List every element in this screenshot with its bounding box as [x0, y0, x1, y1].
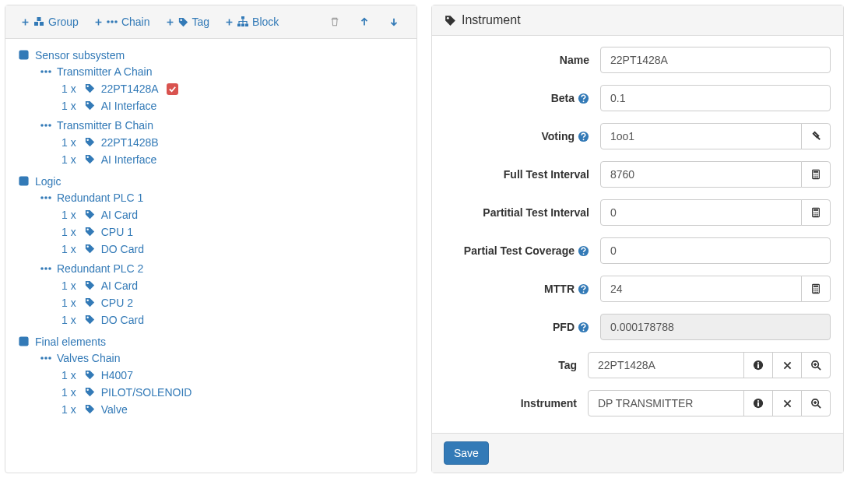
add-group-button[interactable]: Group [13, 12, 86, 32]
instrument-info-button[interactable] [743, 390, 773, 416]
plus-icon [21, 18, 30, 26]
tree-item[interactable]: 1 xDO Card [61, 243, 144, 255]
zoom-in-icon [810, 360, 822, 371]
tree-item[interactable]: 1 x22PT1428B [61, 136, 159, 149]
tree-item[interactable]: 1 xAI Card [61, 279, 138, 292]
add-block-button[interactable]: Block [217, 12, 286, 32]
detail-title: Instrument [462, 13, 521, 27]
tree-item-qty: 1 x [61, 136, 76, 149]
name-input[interactable] [600, 47, 831, 73]
tag-input[interactable] [588, 352, 744, 378]
tag-browse-button[interactable] [801, 352, 831, 378]
tree-item[interactable]: 1 x22PT1428A [61, 83, 178, 95]
help-icon[interactable] [578, 283, 589, 295]
tree-chain[interactable]: Transmitter B Chain [40, 119, 153, 132]
selected-badge-icon [167, 83, 178, 95]
close-icon [782, 360, 792, 371]
tree-item-label: PILOT/SOLENOID [101, 386, 192, 399]
mttr-calc-button[interactable] [801, 276, 831, 302]
help-icon[interactable] [578, 322, 589, 333]
tree-chain-label: Valves Chain [57, 352, 120, 364]
tree-group-label: Logic [35, 175, 61, 188]
tree-group[interactable]: Logic [18, 175, 61, 188]
tree-item-label: DO Card [101, 314, 144, 326]
pfd-label: PFD [445, 321, 600, 333]
sitemap-icon [237, 16, 249, 28]
structure-tree: Sensor subsystemTransmitter A Chain1 x22… [5, 39, 416, 434]
pti-input[interactable] [600, 199, 802, 226]
fti-input[interactable] [600, 161, 802, 188]
cubes-icon [33, 16, 45, 27]
tag-icon [84, 297, 97, 309]
tree-item-label: AI Interface [101, 153, 157, 166]
tag-icon [84, 226, 97, 238]
tree-item-qty: 1 x [61, 297, 76, 309]
tree-group[interactable]: Final elements [18, 336, 106, 348]
ptc-label: Partial Test Coverage [445, 244, 600, 257]
tree-item[interactable]: 1 xAI Interface [61, 153, 156, 166]
tree-item[interactable]: 1 xCPU 2 [61, 297, 133, 309]
tree-item[interactable]: 1 xAI Card [61, 209, 138, 221]
tree-item[interactable]: 1 xPILOT/SOLENOID [61, 386, 192, 399]
save-button[interactable]: Save [444, 441, 489, 465]
tag-clear-button[interactable] [772, 352, 802, 378]
detail-header: Instrument [432, 5, 843, 36]
tree-item-qty: 1 x [61, 209, 76, 221]
tree-item[interactable]: 1 xAI Interface [61, 100, 156, 112]
mttr-input[interactable] [600, 276, 802, 302]
dots-icon [40, 119, 52, 132]
tag-info-button[interactable] [743, 352, 773, 378]
tree-group-label: Final elements [35, 336, 106, 348]
add-chain-button[interactable]: Chain [86, 12, 158, 32]
pfd-input [600, 314, 831, 340]
tree-item[interactable]: 1 xH4007 [61, 369, 133, 381]
delete-button[interactable] [320, 12, 350, 32]
tree-item-label: Valve [101, 403, 128, 416]
tree-chain-label: Redundant PLC 2 [57, 262, 143, 275]
tree-chain[interactable]: Transmitter A Chain [40, 65, 152, 78]
ptc-input[interactable] [600, 237, 831, 264]
tree-chain-label: Redundant PLC 1 [57, 192, 143, 204]
tree-item[interactable]: 1 xCPU 1 [61, 226, 133, 238]
plus-icon [94, 18, 103, 26]
help-icon[interactable] [578, 131, 589, 142]
tree-group[interactable]: Sensor subsystem [18, 49, 125, 62]
dots-icon [40, 262, 52, 275]
instrument-clear-button[interactable] [772, 390, 802, 416]
calculator-icon [810, 206, 821, 219]
voting-action-button[interactable] [801, 123, 831, 149]
square-icon [18, 49, 30, 62]
square-icon [18, 336, 30, 348]
tag-icon [84, 83, 97, 95]
fti-label: Full Test Interval [445, 168, 600, 181]
instrument-browse-button[interactable] [801, 390, 831, 416]
help-icon[interactable] [578, 245, 589, 257]
tree-item-qty: 1 x [61, 153, 76, 166]
tree-item-label: 22PT1428B [101, 136, 159, 149]
tree-item-label: DO Card [101, 243, 144, 255]
tree-item-qty: 1 x [61, 243, 76, 255]
tree-item-label: AI Interface [101, 100, 157, 112]
tree-chain[interactable]: Redundant PLC 2 [40, 262, 143, 275]
tree-item-label: H4007 [101, 369, 133, 381]
info-icon [753, 398, 764, 409]
tree-chain[interactable]: Valves Chain [40, 352, 120, 364]
plus-icon [166, 18, 174, 26]
tree-item[interactable]: 1 xDO Card [61, 314, 144, 326]
tree-item-qty: 1 x [61, 100, 76, 112]
help-icon[interactable] [578, 93, 589, 104]
tag-icon [84, 403, 97, 416]
voting-input[interactable] [600, 123, 802, 149]
beta-input[interactable] [600, 85, 831, 111]
move-down-button[interactable] [379, 12, 409, 32]
instrument-input[interactable] [588, 390, 744, 416]
tree-item[interactable]: 1 xValve [61, 403, 128, 416]
move-up-button[interactable] [350, 12, 379, 32]
pti-label: Partitial Test Interval [445, 206, 600, 219]
tag-icon [84, 243, 97, 255]
fti-calc-button[interactable] [801, 161, 831, 188]
add-tag-button[interactable]: Tag [158, 12, 218, 32]
tree-chain[interactable]: Redundant PLC 1 [40, 192, 143, 204]
pti-calc-button[interactable] [801, 199, 831, 226]
tag-icon [84, 369, 97, 381]
